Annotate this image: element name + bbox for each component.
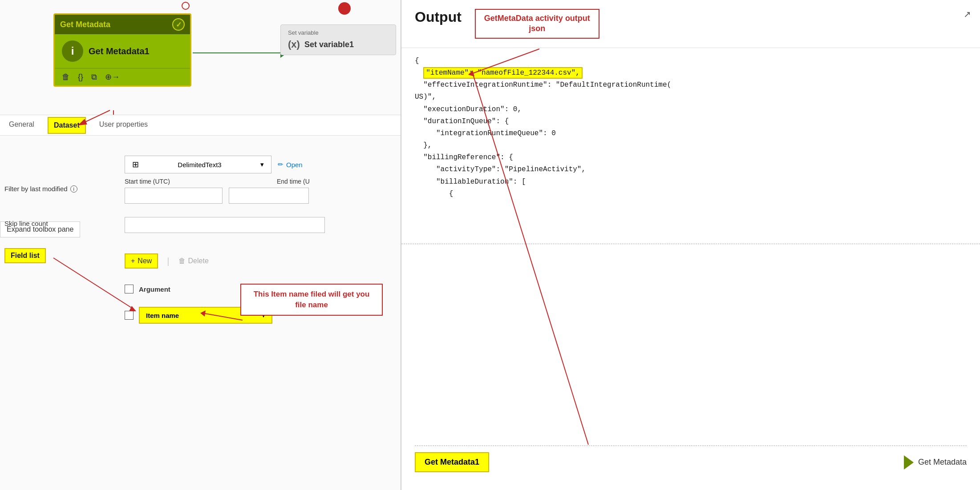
red-dot-top (338, 2, 351, 15)
item-name-json-highlight: "itemName": "nameofFile_122344.csv", (423, 67, 583, 79)
start-time-input[interactable] (125, 188, 223, 204)
arrow-right-indicator (904, 455, 914, 470)
code-icon[interactable]: {} (78, 72, 83, 82)
tab-general[interactable]: General (9, 115, 34, 135)
connector-circle-top (182, 2, 190, 10)
dataset-icon: ⊞ (132, 160, 139, 169)
item-name-value: Item name (146, 312, 179, 319)
delete-button[interactable]: 🗑 Delete (178, 257, 209, 265)
skip-line-label: Skip line count (4, 220, 48, 227)
tabs-row: General Dataset User properties (0, 115, 401, 136)
json-line-us: US)", (415, 91, 967, 103)
item-name-checkbox[interactable] (125, 311, 134, 320)
canvas-area: Get Metadata ✓ i Get Metadata1 🗑 {} ⧉ ⊕→… (0, 0, 401, 490)
argument-label: Argument (139, 285, 170, 293)
plus-icon: + (131, 257, 135, 265)
json-line-bd: "billableDuration": [ (415, 176, 967, 188)
set-variable-content: (x) Set variable1 (288, 39, 389, 50)
argument-checkbox[interactable] (125, 285, 134, 293)
get-metadata1-badge: Get Metadata1 (415, 452, 489, 472)
output-panel-header: Output GetMetaData activity output json (401, 0, 980, 48)
activity-card-body: i Get Metadata1 (55, 34, 190, 68)
output-dashed-separator (401, 244, 980, 244)
dataset-row: ⊞ DelimitedText3 ▾ ✏ Open (125, 156, 303, 173)
connector-line (193, 52, 282, 53)
delete-icon[interactable]: 🗑 (62, 72, 70, 82)
new-button[interactable]: + New (125, 253, 158, 269)
end-time-input[interactable] (229, 188, 309, 204)
open-button[interactable]: ✏ Open (278, 161, 303, 169)
collapse-icon[interactable]: ↗ (964, 9, 971, 20)
output-json-content: { "itemName": "nameofFile_122344.csv", "… (401, 48, 980, 207)
tab-dataset[interactable]: Dataset (48, 117, 86, 134)
json-line-at: "activityType": "PipelineActivity", (415, 164, 967, 176)
filter-info-icon: i (70, 185, 77, 193)
field-list-label: Field list (4, 248, 46, 263)
json-line-open: { (415, 188, 967, 200)
open-edit-icon: ✏ (278, 161, 283, 169)
filter-label-row: Filter by last modified i (4, 185, 77, 193)
separator: | (167, 256, 169, 266)
activity-name: Get Metadata1 (89, 46, 150, 56)
copy-icon[interactable]: ⧉ (91, 72, 97, 82)
trash-icon: 🗑 (178, 257, 186, 265)
filter-label: Filter by last modified (4, 185, 68, 193)
new-delete-row: + New | 🗑 Delete (125, 253, 209, 269)
activity-card-header: Get Metadata ✓ (55, 15, 190, 34)
start-time-label: Start time (UTC) (125, 178, 170, 185)
get-metadata-activity-label: Get Metadata (918, 458, 967, 467)
activity-card-footer[interactable]: 🗑 {} ⧉ ⊕→ (55, 68, 190, 85)
json-line-irq: "integrationRuntimeQueue": 0 (415, 128, 967, 140)
activity-title: Get Metadata (60, 20, 110, 29)
output-annotation-box: GetMetaData activity output json (475, 9, 599, 39)
json-line-br: "billingReference": { (415, 152, 967, 164)
json-line-ed: "executionDuration": 0, (415, 104, 967, 116)
activity-info-icon: i (62, 40, 83, 62)
argument-row: Argument (125, 285, 170, 293)
set-variable-title: Set variable (288, 29, 389, 36)
output-footer: Get Metadata1 Get Metadata (415, 446, 967, 472)
svg-line-1 (53, 258, 134, 309)
output-panel: ↗ Output GetMetaData activity output jso… (401, 0, 980, 490)
output-annotation-text: GetMetaData activity output json (484, 14, 590, 33)
variable-icon: (x) (288, 39, 300, 50)
item-name-annotation-text: This Item name filed will get you file n… (254, 290, 370, 309)
json-line-1: { (415, 55, 967, 67)
tab-user-properties[interactable]: User properties (99, 115, 148, 135)
set-variable-card: Set variable (x) Set variable1 (280, 24, 396, 55)
skip-line-input[interactable] (125, 217, 325, 233)
activity-check-icon: ✓ (172, 18, 185, 31)
time-labels-row: Start time (UTC) End time (U (125, 178, 310, 185)
get-metadata-card: Get Metadata ✓ i Get Metadata1 🗑 {} ⧉ ⊕→ (53, 13, 191, 87)
json-line-close1: }, (415, 140, 967, 152)
output-title: Output (415, 9, 462, 25)
json-line-eir: "effectiveIntegrationRuntime": "DefaultI… (415, 79, 967, 91)
time-inputs-row (125, 188, 309, 204)
json-line-diq: "durationInQueue": { (415, 116, 967, 128)
item-name-annotation-box: This Item name filed will get you file n… (240, 284, 383, 316)
dataset-dropdown[interactable]: ⊞ DelimitedText3 ▾ (125, 156, 271, 173)
end-time-label: End time (U (277, 178, 310, 185)
dataset-chevron-icon: ▾ (260, 161, 264, 169)
output-footer-right: Get Metadata (904, 455, 967, 470)
dataset-value: DelimitedText3 (178, 161, 221, 169)
add-output-icon[interactable]: ⊕→ (105, 72, 120, 82)
json-line-itemname: "itemName": "nameofFile_122344.csv", (415, 67, 967, 79)
set-variable-name: Set variable1 (304, 40, 354, 49)
open-label: Open (286, 161, 303, 169)
